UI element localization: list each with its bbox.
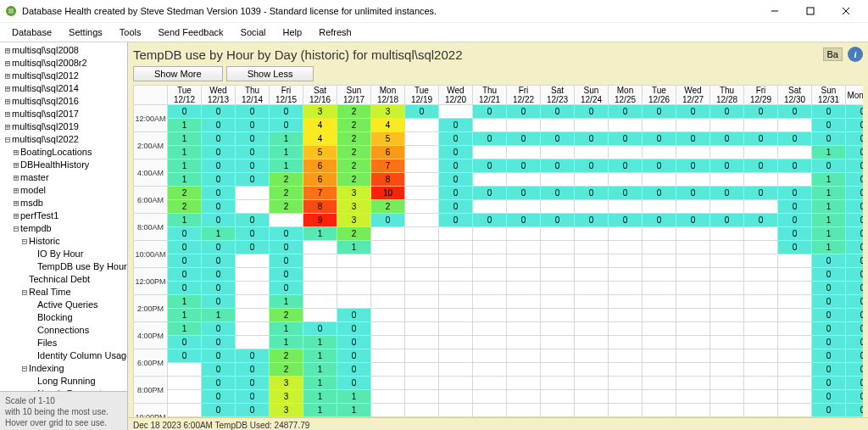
heatmap-cell[interactable]: 0 bbox=[337, 363, 371, 377]
heatmap-cell[interactable] bbox=[744, 282, 778, 295]
tree-node[interactable]: Connections bbox=[3, 324, 125, 337]
heatmap-cell[interactable] bbox=[778, 390, 812, 404]
heatmap-cell[interactable] bbox=[507, 254, 541, 268]
heatmap-cell[interactable]: 0 bbox=[202, 132, 236, 146]
heatmap-cell[interactable]: 0 bbox=[405, 105, 439, 119]
heatmap-cell[interactable] bbox=[710, 241, 744, 254]
heatmap-cell[interactable]: 0 bbox=[846, 132, 864, 146]
heatmap-cell[interactable] bbox=[439, 349, 473, 363]
heatmap-cell[interactable] bbox=[439, 295, 473, 309]
tree-label[interactable]: multisql\sql2017 bbox=[12, 109, 79, 119]
tree-label[interactable]: Indexing bbox=[29, 363, 64, 373]
heatmap-cell[interactable] bbox=[676, 241, 710, 254]
heatmap-cell[interactable] bbox=[507, 173, 541, 187]
heatmap-cell[interactable] bbox=[439, 377, 473, 390]
tree-node[interactable]: Long Running bbox=[3, 375, 125, 388]
tree-label[interactable]: Identity Column Usage bbox=[37, 350, 127, 360]
show-less-button[interactable]: Show Less bbox=[226, 66, 314, 81]
heatmap-cell[interactable]: 0 bbox=[812, 363, 846, 377]
heatmap-cell[interactable]: 1 bbox=[168, 132, 202, 146]
expand-icon[interactable]: ⊞ bbox=[12, 146, 20, 159]
heatmap-cell[interactable] bbox=[473, 404, 507, 417]
heatmap-cell[interactable]: 0 bbox=[236, 227, 270, 241]
heatmap-cell[interactable]: 0 bbox=[778, 159, 812, 173]
tree-label[interactable]: DBHealthHistory bbox=[20, 159, 89, 170]
tree-node[interactable]: ⊞multisql\sql2014 bbox=[3, 82, 125, 95]
heatmap-cell[interactable]: 5 bbox=[371, 132, 405, 146]
heatmap-cell[interactable] bbox=[643, 322, 676, 336]
heatmap-cell[interactable] bbox=[507, 336, 541, 349]
heatmap-cell[interactable] bbox=[473, 227, 507, 241]
tree-label[interactable]: Historic bbox=[29, 236, 60, 246]
heatmap-cell[interactable] bbox=[744, 227, 778, 241]
heatmap-cell[interactable]: 0 bbox=[575, 132, 609, 146]
heatmap-cell[interactable] bbox=[744, 377, 778, 390]
heatmap-cell[interactable] bbox=[609, 227, 643, 241]
heatmap-cell[interactable] bbox=[575, 390, 609, 404]
heatmap-cell[interactable]: 0 bbox=[439, 119, 473, 132]
menu-social[interactable]: Social bbox=[232, 25, 275, 39]
heatmap-cell[interactable]: 0 bbox=[202, 146, 236, 159]
menu-database[interactable]: Database bbox=[3, 25, 60, 39]
heatmap-cell[interactable]: 7 bbox=[371, 159, 405, 173]
heatmap-cell[interactable]: 0 bbox=[270, 227, 303, 241]
collapse-icon[interactable]: ⊟ bbox=[3, 133, 12, 146]
heatmap-cell[interactable] bbox=[744, 200, 778, 214]
heatmap-cell[interactable]: 2 bbox=[270, 363, 303, 377]
heatmap-cell[interactable]: 0 bbox=[710, 105, 744, 119]
heatmap-cell[interactable] bbox=[439, 268, 473, 282]
heatmap-cell[interactable]: 0 bbox=[202, 390, 236, 404]
heatmap-cell[interactable]: 0 bbox=[812, 282, 846, 295]
heatmap-cell[interactable]: 0 bbox=[473, 187, 507, 200]
heatmap-cell[interactable]: 0 bbox=[202, 349, 236, 363]
heatmap-cell[interactable]: 0 bbox=[168, 227, 202, 241]
heatmap-cell[interactable] bbox=[643, 377, 676, 390]
heatmap-cell[interactable] bbox=[710, 390, 744, 404]
heatmap-cell[interactable] bbox=[710, 404, 744, 417]
heatmap-cell[interactable] bbox=[473, 268, 507, 282]
heatmap-cell[interactable] bbox=[643, 295, 676, 309]
heatmap-cell[interactable] bbox=[507, 322, 541, 336]
heatmap-cell[interactable]: 0 bbox=[846, 227, 864, 241]
heatmap-cell[interactable]: 2 bbox=[270, 187, 303, 200]
heatmap-cell[interactable] bbox=[676, 309, 710, 322]
heatmap-cell[interactable]: 0 bbox=[643, 105, 676, 119]
heatmap-cell[interactable] bbox=[405, 377, 439, 390]
heatmap-cell[interactable] bbox=[236, 254, 270, 268]
heatmap-grid[interactable]: Tue 12/12Wed 12/13Thu 12/14Fri 12/15Sat … bbox=[133, 85, 863, 417]
heatmap-cell[interactable]: 2 bbox=[337, 227, 371, 241]
heatmap-cell[interactable]: 0 bbox=[812, 254, 846, 268]
heatmap-cell[interactable] bbox=[236, 282, 270, 295]
heatmap-cell[interactable] bbox=[371, 336, 405, 349]
heatmap-cell[interactable]: 2 bbox=[337, 119, 371, 132]
heatmap-cell[interactable]: 0 bbox=[676, 159, 710, 173]
heatmap-cell[interactable] bbox=[676, 200, 710, 214]
tree-label[interactable]: Real Time bbox=[29, 287, 71, 297]
heatmap-cell[interactable]: 0 bbox=[236, 105, 270, 119]
heatmap-cell[interactable] bbox=[405, 200, 439, 214]
heatmap-cell[interactable] bbox=[609, 336, 643, 349]
heatmap-cell[interactable] bbox=[371, 227, 405, 241]
heatmap-cell[interactable] bbox=[778, 295, 812, 309]
heatmap-cell[interactable] bbox=[168, 390, 202, 404]
heatmap-cell[interactable] bbox=[337, 268, 371, 282]
heatmap-cell[interactable] bbox=[710, 268, 744, 282]
heatmap-cell[interactable]: 0 bbox=[643, 187, 676, 200]
heatmap-cell[interactable] bbox=[303, 268, 337, 282]
heatmap-cell[interactable]: 0 bbox=[270, 105, 303, 119]
heatmap-cell[interactable] bbox=[541, 336, 575, 349]
heatmap-cell[interactable] bbox=[710, 119, 744, 132]
heatmap-cell[interactable] bbox=[439, 363, 473, 377]
heatmap-cell[interactable]: 0 bbox=[202, 159, 236, 173]
heatmap-cell[interactable]: 0 bbox=[236, 390, 270, 404]
heatmap-cell[interactable] bbox=[575, 146, 609, 159]
expand-icon[interactable]: ⊞ bbox=[12, 171, 20, 184]
expand-icon[interactable]: ⊞ bbox=[3, 70, 12, 82]
heatmap-cell[interactable] bbox=[541, 173, 575, 187]
heatmap-cell[interactable]: 0 bbox=[236, 132, 270, 146]
heatmap-cell[interactable]: 0 bbox=[202, 105, 236, 119]
heatmap-cell[interactable]: 0 bbox=[846, 241, 864, 254]
heatmap-cell[interactable]: 3 bbox=[337, 214, 371, 227]
heatmap-cell[interactable]: 0 bbox=[846, 146, 864, 159]
heatmap-cell[interactable]: 6 bbox=[371, 146, 405, 159]
